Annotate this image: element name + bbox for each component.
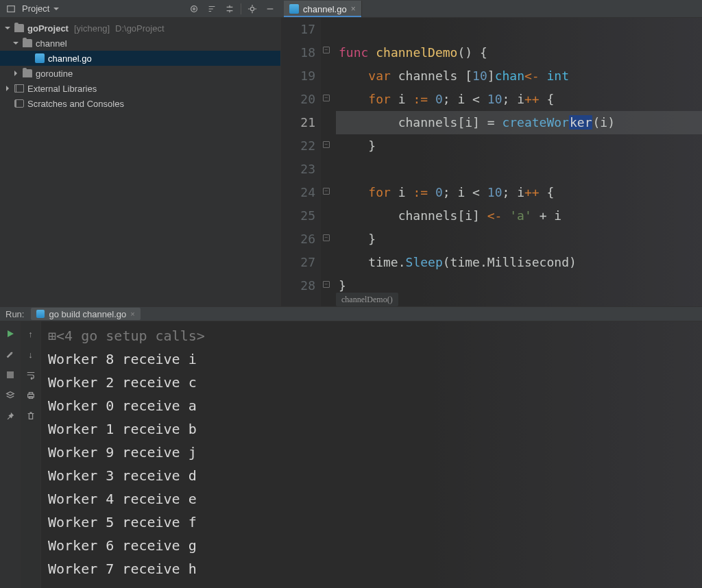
- code-line[interactable]: channels[i] = createWorker(i): [336, 111, 702, 134]
- pin-icon[interactable]: [5, 411, 16, 421]
- tree-item-goroutine[interactable]: goroutine: [0, 66, 280, 81]
- fold-gutter[interactable]: − − − − − −: [321, 18, 336, 306]
- project-panel-header: Project: [0, 0, 281, 18]
- line-number: 25: [281, 204, 315, 228]
- breadcrumb[interactable]: channelDemo(): [336, 293, 398, 306]
- fold-marker-icon[interactable]: −: [323, 95, 330, 101]
- console-line: Worker 2 receive c: [48, 371, 695, 394]
- stop-icon[interactable]: [5, 369, 16, 380]
- target-icon[interactable]: [187, 2, 201, 16]
- console-line: Worker 5 receive f: [48, 511, 695, 534]
- code-line[interactable]: [336, 158, 702, 181]
- line-number: 20: [281, 88, 315, 111]
- code-line[interactable]: }: [336, 134, 702, 158]
- layers-icon[interactable]: [5, 390, 16, 401]
- fold-marker-icon[interactable]: −: [323, 281, 330, 288]
- go-file-icon: [36, 310, 45, 318]
- line-number-gutter: 171819202122232425262728: [281, 18, 321, 306]
- line-number: 21: [281, 111, 315, 134]
- code-line[interactable]: for i := 0; i < 10; i++ {: [336, 181, 702, 204]
- divider: [241, 3, 241, 14]
- tab-label: channel.go: [303, 4, 347, 14]
- tree-item-scratches[interactable]: Scratches and Consoles: [0, 96, 280, 111]
- code-line[interactable]: for i := 0; i < 10; i++ {: [336, 88, 702, 111]
- folder-icon: [14, 24, 24, 32]
- console-line: ⊞<4 go setup calls>: [48, 324, 695, 347]
- expand-all-icon[interactable]: [223, 2, 237, 16]
- line-number: 23: [281, 158, 315, 181]
- console-line: Worker 0 receive a: [48, 394, 695, 417]
- code-line[interactable]: [336, 18, 702, 41]
- tree-item-channel[interactable]: channel: [0, 36, 280, 51]
- gear-icon[interactable]: [245, 2, 259, 16]
- chevron-down-icon[interactable]: [53, 3, 59, 14]
- line-number: 17: [281, 18, 315, 41]
- play-icon[interactable]: [5, 328, 16, 339]
- run-panel: ↑ ↓ ⊞<4 go setup calls>Worker 8 receive …: [0, 321, 702, 588]
- console-line: Worker 8 receive i: [48, 347, 695, 371]
- print-icon[interactable]: [25, 390, 36, 401]
- down-arrow-icon[interactable]: ↓: [25, 349, 36, 360]
- chevron-right-icon[interactable]: [4, 85, 11, 93]
- wrench-icon[interactable]: [5, 349, 16, 360]
- up-arrow-icon[interactable]: ↑: [25, 328, 36, 339]
- console-line: Worker 4 receive e: [48, 487, 695, 511]
- svg-point-2: [193, 8, 195, 10]
- fold-marker-icon[interactable]: −: [323, 47, 330, 53]
- close-icon[interactable]: ×: [130, 310, 134, 318]
- chevron-right-icon[interactable]: [12, 70, 19, 77]
- run-tab-label: go build channel.go: [49, 309, 126, 319]
- console-line: Worker 6 receive g: [48, 534, 695, 557]
- fold-marker-icon[interactable]: −: [323, 234, 330, 241]
- run-panel-title: Run:: [5, 309, 24, 319]
- tree-item-channel-go[interactable]: channel.go: [0, 51, 280, 66]
- go-file-icon: [289, 4, 299, 14]
- folder-icon: [23, 39, 32, 47]
- svg-rect-4: [7, 371, 14, 378]
- fold-marker-icon[interactable]: −: [323, 188, 330, 195]
- code-line[interactable]: }: [336, 228, 702, 251]
- line-number: 18: [281, 41, 315, 64]
- close-icon[interactable]: ×: [351, 4, 356, 14]
- chevron-down-icon[interactable]: [12, 40, 19, 47]
- go-file-icon: [35, 53, 45, 63]
- code-line[interactable]: var channels [10]chan<- int: [336, 64, 702, 88]
- svg-point-1: [191, 5, 197, 12]
- console-line: Worker 1 receive b: [48, 417, 695, 441]
- svg-rect-6: [29, 393, 32, 395]
- code-line[interactable]: channels[i] <- 'a' + i: [336, 204, 702, 228]
- run-panel-header: Run: go build channel.go ×: [0, 306, 702, 321]
- code-area[interactable]: func channelDemo() { var channels [10]ch…: [336, 18, 702, 306]
- code-line[interactable]: time.Sleep(time.Millisecond): [336, 251, 702, 274]
- tree-root[interactable]: goProject [yicheng] D:\goProject: [0, 21, 280, 36]
- console-line: Worker 7 receive h: [48, 557, 695, 580]
- console-output[interactable]: ⊞<4 go setup calls>Worker 8 receive iWor…: [41, 321, 702, 588]
- project-panel-title[interactable]: Project: [22, 3, 49, 14]
- folder-icon: [23, 69, 32, 77]
- soft-wrap-icon[interactable]: [25, 369, 36, 380]
- line-number: 26: [281, 228, 315, 251]
- code-line[interactable]: func channelDemo() {: [336, 41, 702, 64]
- code-editor[interactable]: 171819202122232425262728 − − − − − − fun…: [281, 18, 702, 306]
- run-toolbar-left: [0, 321, 21, 588]
- line-number: 28: [281, 274, 315, 297]
- scratch-icon: [14, 99, 24, 108]
- run-tab[interactable]: go build channel.go ×: [31, 308, 140, 320]
- line-number: 24: [281, 181, 315, 204]
- editor-tab-strip: channel.go ×: [281, 0, 702, 18]
- fold-marker-icon[interactable]: −: [323, 141, 330, 148]
- line-number: 19: [281, 64, 315, 88]
- line-number: 22: [281, 134, 315, 158]
- trash-icon[interactable]: [25, 411, 36, 421]
- project-tree[interactable]: goProject [yicheng] D:\goProject channel…: [0, 18, 281, 306]
- svg-point-3: [250, 7, 254, 10]
- tab-channel-go[interactable]: channel.go ×: [284, 1, 362, 17]
- chevron-down-icon[interactable]: [4, 25, 11, 32]
- tree-item-external-libraries[interactable]: External Libraries: [0, 81, 280, 96]
- line-number: 27: [281, 251, 315, 274]
- sort-icon[interactable]: [205, 2, 219, 16]
- console-line: Worker 9 receive j: [48, 441, 695, 464]
- project-view-icon[interactable]: [4, 2, 18, 16]
- minimize-icon[interactable]: [263, 2, 277, 16]
- library-icon: [14, 84, 24, 93]
